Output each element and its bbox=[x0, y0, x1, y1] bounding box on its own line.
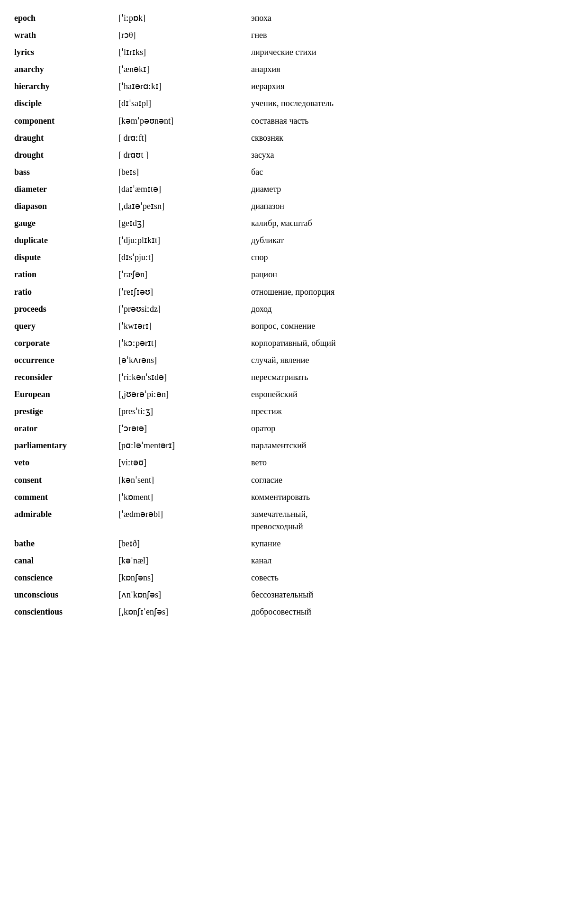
word-cell: European bbox=[14, 386, 118, 403]
word-cell: anarchy bbox=[14, 61, 118, 78]
transcription-cell: [rɔθ] bbox=[118, 27, 251, 44]
table-row: consent[kənˈsent]согласие bbox=[14, 471, 564, 489]
word-cell: drought bbox=[14, 146, 118, 163]
word-cell: dispute bbox=[14, 249, 118, 266]
table-row: unconscious[ʌnˈkɒnʃəs]бессознательный bbox=[14, 586, 564, 603]
transcription-cell: [ˈkwɪərɪ] bbox=[118, 317, 251, 335]
transcription-cell: [daɪˈæmɪtə] bbox=[118, 181, 251, 198]
transcription-cell: [ˈriːkənˈsɪdə] bbox=[118, 369, 251, 386]
transcription-cell: [geɪdʒ] bbox=[118, 215, 251, 232]
table-row: conscientious[ˌkɒnʃɪˈenʃəs]добросовестны… bbox=[14, 603, 564, 620]
table-row: reconsider[ˈriːkənˈsɪdə]пересматривать bbox=[14, 369, 564, 386]
table-row: bathe[beɪð]купание bbox=[14, 535, 564, 552]
translation-cell: согласие bbox=[251, 471, 564, 489]
translation-cell: случай, явление bbox=[251, 352, 564, 369]
transcription-cell: [kɒnʃəns] bbox=[118, 569, 251, 586]
word-cell: corporate bbox=[14, 335, 118, 352]
translation-cell: комментировать bbox=[251, 489, 564, 506]
word-cell: comment bbox=[14, 489, 118, 506]
word-cell: bass bbox=[14, 163, 118, 181]
translation-cell: дубликат bbox=[251, 232, 564, 249]
translation-cell: засуха bbox=[251, 146, 564, 163]
translation-cell: иерархия bbox=[251, 78, 564, 95]
word-cell: diapason bbox=[14, 198, 118, 215]
transcription-cell: [əˈkʌrəns] bbox=[118, 352, 251, 369]
word-cell: conscience bbox=[14, 569, 118, 586]
transcription-cell: [presˈtiːʒ] bbox=[118, 403, 251, 420]
translation-cell: совесть bbox=[251, 569, 564, 586]
word-cell: hierarchy bbox=[14, 78, 118, 95]
table-row: parliamentary[pɑːləˈmentərɪ]парламентски… bbox=[14, 437, 564, 454]
table-row: ratio[ˈreɪʃɪəʊ]отношение, пропорция bbox=[14, 283, 564, 300]
translation-cell: бессознательный bbox=[251, 586, 564, 603]
table-row: bass[beɪs]бас bbox=[14, 163, 564, 181]
table-row: anarchy[ˈænəkɪ]анархия bbox=[14, 61, 564, 78]
translation-cell: эпоха bbox=[251, 9, 564, 27]
table-row: orator[ˈɔrətə]оратор bbox=[14, 420, 564, 437]
table-row: hierarchy[ˈhaɪərɑːkɪ]иерархия bbox=[14, 78, 564, 95]
word-cell: ration bbox=[14, 266, 118, 283]
translation-cell: замечательный,превосходный bbox=[251, 506, 564, 535]
table-row: dispute[dɪsˈpjuːt]спор bbox=[14, 249, 564, 266]
transcription-cell: [ drɑʊt ] bbox=[118, 146, 251, 163]
translation-cell: канал bbox=[251, 552, 564, 569]
table-row: veto[viːtəʊ]вето bbox=[14, 454, 564, 471]
translation-cell: лирические стихи bbox=[251, 44, 564, 61]
table-row: query[ˈkwɪərɪ]вопрос, сомнение bbox=[14, 317, 564, 335]
transcription-cell: [ˌjʊərəˈpiːən] bbox=[118, 386, 251, 403]
table-row: diameter[daɪˈæmɪtə]диаметр bbox=[14, 181, 564, 198]
word-cell: disciple bbox=[14, 95, 118, 112]
translation-cell: вето bbox=[251, 454, 564, 471]
word-cell: proceeds bbox=[14, 300, 118, 317]
transcription-cell: [ drɑːft] bbox=[118, 129, 251, 146]
transcription-cell: [beɪð] bbox=[118, 535, 251, 552]
word-cell: reconsider bbox=[14, 369, 118, 386]
transcription-cell: [ˈdjuːplɪkɪt] bbox=[118, 232, 251, 249]
table-row: ration[ˈræʃən]рацион bbox=[14, 266, 564, 283]
transcription-cell: [ˈædmərəbl] bbox=[118, 506, 251, 535]
transcription-cell: [ˈiːpɒk] bbox=[118, 9, 251, 27]
word-cell: consent bbox=[14, 471, 118, 489]
transcription-cell: [ˈhaɪərɑːkɪ] bbox=[118, 78, 251, 95]
transcription-cell: [ˈkɔːpərɪt] bbox=[118, 335, 251, 352]
translation-cell: составная часть bbox=[251, 112, 564, 129]
word-cell: unconscious bbox=[14, 586, 118, 603]
word-cell: duplicate bbox=[14, 232, 118, 249]
translation-cell: вопрос, сомнение bbox=[251, 317, 564, 335]
transcription-cell: [ˈreɪʃɪəʊ] bbox=[118, 283, 251, 300]
translation-cell: европейский bbox=[251, 386, 564, 403]
word-cell: lyrics bbox=[14, 44, 118, 61]
word-cell: query bbox=[14, 317, 118, 335]
table-row: canal[kəˈnæl]канал bbox=[14, 552, 564, 569]
table-row: comment[ˈkɒment]комментировать bbox=[14, 489, 564, 506]
translation-cell: диаметр bbox=[251, 181, 564, 198]
transcription-cell: [kəmˈpəʊnənt] bbox=[118, 112, 251, 129]
vocabulary-table: epoch[ˈiːpɒk]эпохаwrath[rɔθ]гневlyrics[ˈ… bbox=[14, 9, 564, 620]
table-row: draught[ drɑːft]сквозняк bbox=[14, 129, 564, 146]
transcription-cell: [ʌnˈkɒnʃəs] bbox=[118, 586, 251, 603]
table-row: proceeds[ˈprəʊsiːdz]доход bbox=[14, 300, 564, 317]
table-row: component[kəmˈpəʊnənt]составная часть bbox=[14, 112, 564, 129]
translation-cell: престиж bbox=[251, 403, 564, 420]
word-cell: prestige bbox=[14, 403, 118, 420]
word-cell: veto bbox=[14, 454, 118, 471]
table-row: diapason[ˌdaɪəˈpeɪsn]диапазон bbox=[14, 198, 564, 215]
translation-cell: корпоративный, общий bbox=[251, 335, 564, 352]
word-cell: bathe bbox=[14, 535, 118, 552]
translation-cell: добросовестный bbox=[251, 603, 564, 620]
translation-cell: бас bbox=[251, 163, 564, 181]
transcription-cell: [ˈprəʊsiːdz] bbox=[118, 300, 251, 317]
word-cell: admirable bbox=[14, 506, 118, 535]
translation-cell: пересматривать bbox=[251, 369, 564, 386]
table-row: epoch[ˈiːpɒk]эпоха bbox=[14, 9, 564, 27]
translation-cell: ученик, последователь bbox=[251, 95, 564, 112]
translation-cell: анархия bbox=[251, 61, 564, 78]
translation-cell: доход bbox=[251, 300, 564, 317]
translation-cell: спор bbox=[251, 249, 564, 266]
table-row: disciple[dɪˈsaɪpl]ученик, последователь bbox=[14, 95, 564, 112]
word-cell: parliamentary bbox=[14, 437, 118, 454]
word-cell: gauge bbox=[14, 215, 118, 232]
transcription-cell: [viːtəʊ] bbox=[118, 454, 251, 471]
word-cell: occurrence bbox=[14, 352, 118, 369]
word-cell: orator bbox=[14, 420, 118, 437]
